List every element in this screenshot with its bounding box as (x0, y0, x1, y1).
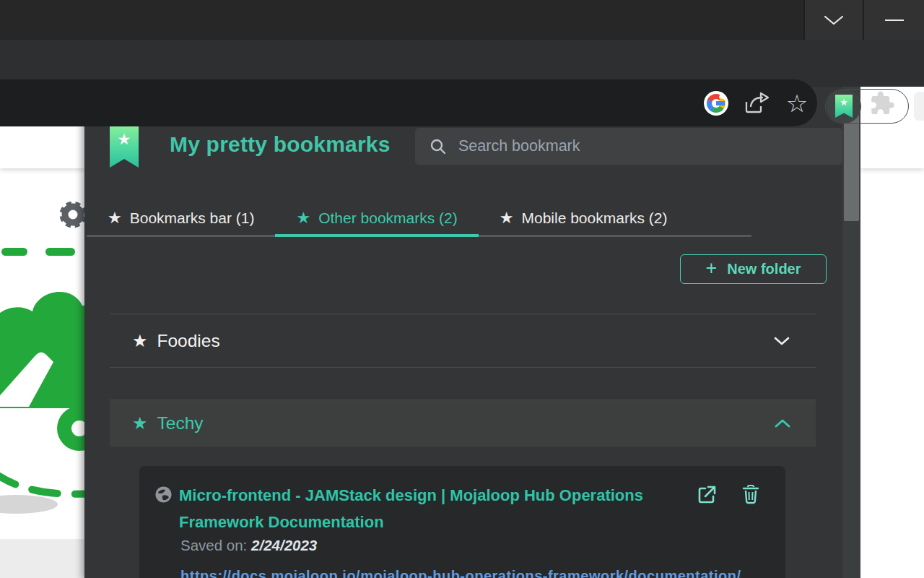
folder-list: ★ Foodies ★ Techy (110, 314, 816, 447)
vertical-scrollbar[interactable] (842, 85, 860, 578)
bookmark-actions (696, 484, 759, 506)
background-page-right (860, 87, 924, 578)
minimize-icon (885, 20, 904, 21)
google-logo (702, 79, 731, 126)
profile-avatar-partial[interactable] (914, 92, 924, 121)
chevron-up-icon[interactable] (775, 419, 790, 428)
tab-mobile-bookmarks[interactable]: ★ Mobile bookmarks (2) (479, 201, 689, 235)
search-box[interactable] (415, 128, 842, 165)
star-icon: ★ (132, 413, 148, 434)
bookmarks-extension-popup: dark: ★ My pretty bookmarks (84, 85, 842, 578)
star-icon: ★ (296, 209, 310, 228)
screen: dark: ★ My pretty bookmarks (0, 0, 924, 578)
folder-row-techy[interactable]: ★ Techy (110, 400, 816, 447)
star-outline-icon[interactable]: ☆ (781, 79, 813, 126)
globe-icon (154, 486, 173, 504)
background-page-left (0, 87, 86, 578)
bookmark-title-link[interactable]: Micro-frontend - JAMStack design | Mojal… (179, 482, 648, 535)
green-dash-segment (45, 248, 75, 256)
trash-icon[interactable] (742, 484, 759, 506)
chevron-down-icon[interactable] (773, 336, 790, 346)
star-icon: ★ (500, 209, 514, 228)
star-icon: ★ (108, 209, 122, 228)
popup-header: ★ My pretty bookmarks (110, 124, 842, 168)
tab-other-bookmarks[interactable]: ★ Other bookmarks (2) (275, 201, 478, 235)
bookmark-card[interactable]: Micro-frontend - JAMStack design | Mojal… (139, 466, 785, 578)
browser-toolbar: ☆ ★ (0, 40, 924, 87)
bookmark-saved-date: 2/24/2023 (251, 537, 317, 553)
open-external-icon[interactable] (696, 484, 718, 506)
tab-bookmarks-bar[interactable]: ★ Bookmarks bar (1) (87, 201, 275, 235)
share-icon[interactable] (742, 79, 771, 126)
chevron-down-icon (821, 14, 846, 27)
address-bar[interactable] (0, 79, 817, 126)
page-footer-area (0, 539, 86, 578)
tabs-bar: ★ Bookmarks bar (1) ★ Other bookmarks (2… (87, 201, 751, 237)
bookmark-url-link[interactable]: https://docs.mojaloop.io/mojaloop-hub-op… (180, 568, 741, 578)
app-title: My pretty bookmarks (170, 132, 391, 157)
folder-row-foodies[interactable]: ★ Foodies (110, 314, 816, 367)
minimize-button[interactable] (864, 0, 924, 40)
green-folder-illustration (0, 285, 94, 517)
search-icon (430, 138, 447, 155)
bookmark-saved-line: Saved on: 2/24/2023 (180, 537, 317, 554)
window-titlebar (0, 0, 924, 40)
green-dash-segment (1, 248, 27, 256)
bookmark-extension-button[interactable]: ★ (827, 89, 861, 124)
search-input[interactable] (458, 137, 805, 155)
gear-icon[interactable] (58, 199, 88, 230)
plus-icon: + (705, 257, 717, 280)
new-folder-button[interactable]: + New folder (680, 254, 827, 284)
puzzle-icon[interactable] (866, 79, 898, 126)
star-icon: ★ (132, 331, 148, 351)
bookmark-ribbon-icon: ★ (110, 124, 139, 168)
bookmark-extension-icon: ★ (835, 95, 853, 118)
tab-search-button[interactable] (805, 0, 863, 40)
